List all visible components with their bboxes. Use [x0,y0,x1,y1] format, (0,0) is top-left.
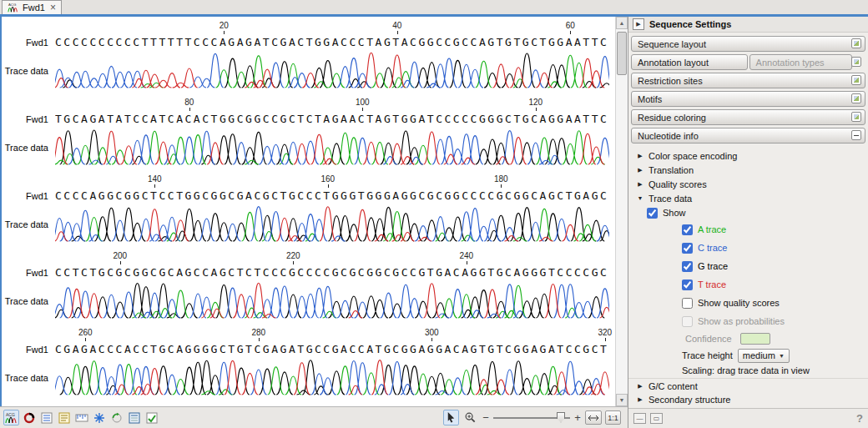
tab-fwd1[interactable]: ACG Fwd1 × [2,0,62,14]
expander-icon[interactable]: ▶ [633,18,644,30]
zoom-100-button[interactable]: 1:1 [605,410,621,425]
sequence-text[interactable]: CGAGACCCACCTGCAGGGGCTGTCGAGATGCCGACCATGC… [55,343,613,355]
ruler: 140160180 [55,174,609,189]
row-label: Fwd1 [2,114,55,124]
show-checkbox[interactable] [647,208,658,219]
zoom-tool-icon[interactable] [462,410,478,425]
circular-map-button[interactable] [91,410,107,425]
trace-label: Trace data [2,143,55,153]
sequence-row: 140160180Fwd1CCCCAGGCGGCTCCTGGCGGCGACGCT… [2,174,615,250]
ruler-tick-label: 240 [459,251,473,260]
scrollbar-track[interactable] [616,29,628,394]
dock-panel-icon[interactable]: ▭ [650,413,663,424]
ruler-tick-mark [431,338,432,341]
zoom-controls: − + 1:1 [443,410,624,425]
sequence-text[interactable]: CCCCCCCCCCTTTTTTCCCAGAGATCGACTGGACCCTAGT… [55,36,613,48]
confidence-option: Confidence [628,330,868,347]
sequence-view[interactable]: 204060Fwd1CCCCCCCCCCTTTTTTCCCAGAGATCGACT… [0,17,628,406]
sequence-text[interactable]: CCCCAGGCGGCTCCTGGCGGCGACGCTGCCCTGGGTGGGA… [55,189,613,202]
tab-close-icon[interactable]: × [50,3,56,12]
t-trace-checkbox[interactable] [682,279,693,290]
show-as-probabilities-checkbox[interactable] [682,316,693,327]
panel-restriction-sites[interactable]: Restriction sites [631,73,865,88]
ruler-view-button[interactable] [73,410,89,425]
tree-item-quality-scores[interactable]: ▶ Quality scores [628,177,868,191]
trace-label: Trace data [2,373,55,383]
ruler-tick-mark [397,31,398,34]
ruler-tick-mark [570,31,571,34]
tree-item-translation[interactable]: ▶ Translation [628,163,868,177]
primer-design-button[interactable] [108,410,124,425]
panel-annotation-types[interactable]: Annotation types [749,54,852,70]
trace-view-button[interactable]: ACG [3,410,19,425]
side-panel-footer: — ▭ ? [628,408,868,428]
list-view-button[interactable] [38,410,54,425]
palette-icon[interactable] [851,38,861,48]
chromatogram-trace[interactable] [55,49,609,91]
panel-motifs[interactable]: Motifs [631,91,865,107]
chromatogram-trace[interactable] [55,279,609,321]
chromatogram-trace[interactable] [55,126,609,168]
fit-width-button[interactable] [585,410,602,425]
c-trace-option: C trace [628,239,868,257]
palette-icon[interactable] [851,93,861,103]
ruler-tick-mark [224,31,225,34]
chevron-right-icon: ▶ [637,181,643,188]
help-button[interactable]: ? [856,412,863,425]
sequence-row: 80100120Fwd1TGCAGATATCCATCACACTGGCGGCCGC… [2,97,615,174]
chromatogram-trace[interactable] [55,203,609,244]
chevron-right-icon: ▶ [637,383,643,390]
trace-label: Trace data [2,219,55,229]
collapse-icon[interactable] [851,130,861,140]
svg-text:ACG: ACG [8,3,17,7]
zoom-slider-thumb[interactable] [557,412,565,423]
tab-bar: ACG Fwd1 × [0,0,868,14]
tree-item-color-space-encoding[interactable]: ▶ Color space encoding [628,149,868,163]
panel-residue-coloring[interactable]: Residue coloring [631,109,865,125]
info-view-button[interactable] [126,410,142,425]
ruler-tick-mark [189,108,190,111]
ruler-tick-mark [536,108,537,111]
selection-tool-icon[interactable] [443,410,459,425]
chromatogram-trace[interactable] [55,356,609,398]
collapse-panel-icon[interactable]: — [633,413,646,424]
sequence-text[interactable]: TGCAGATATCCATCACACTGGCGGCCGCTCTAGAACTAGT… [55,113,613,125]
vertical-scrollbar[interactable]: ▲ ▼ [615,17,628,406]
ruler-tick-label: 280 [251,328,265,337]
palette-icon[interactable] [851,75,861,85]
panel-sequence-layout[interactable]: Sequence layout [631,36,865,52]
sequence-row: 204060Fwd1CCCCCCCCCCTTTTTTCCCAGAGATCGACT… [2,20,615,97]
show-quality-scores-checkbox[interactable] [682,298,693,309]
chevron-down-icon: ▼ [637,195,643,201]
g-trace-checkbox[interactable] [682,261,693,272]
palette-icon[interactable] [851,57,861,67]
scrollbar-thumb[interactable] [617,32,627,75]
zoom-out-icon[interactable]: − [482,411,490,424]
palette-icon[interactable] [851,112,861,122]
sequence-row: 200220240Fwd1CCTCTGCGCGGCGCAGCCAGCTCTCCC… [2,250,615,327]
scroll-down-button[interactable]: ▼ [616,394,628,406]
trace-height-select[interactable]: medium ▼ [738,349,790,363]
tree-item-trace-data[interactable]: ▼ Trace data [628,191,868,205]
zoom-slider[interactable] [493,412,570,424]
ruler-tick-mark [293,261,294,264]
tree-item-gc-content[interactable]: ▶ G/C content [628,378,868,392]
text-view-button[interactable] [56,410,72,425]
t-trace-option: T trace [628,275,868,294]
trace-height-option: Trace height medium ▼ [628,347,868,364]
ruler-tick-label: 100 [356,98,370,107]
sequence-text[interactable]: CCTCTGCGCGGCGCAGCCAGCTCTCCCGCCCCGCGCGGCG… [55,266,613,279]
ruler-tick-label: 40 [392,21,401,30]
panel-annotation-layout[interactable]: Annotation layout [631,54,748,70]
ruler-tick-label: 60 [566,21,575,30]
confidence-color-swatch[interactable] [740,333,770,345]
panel-nucleotide-info[interactable]: Nucleotide info [631,128,865,144]
zoom-in-icon[interactable]: + [573,411,582,424]
ruler-tick-mark [501,184,502,188]
scroll-up-button[interactable]: ▲ [616,17,628,29]
c-trace-checkbox[interactable] [682,243,693,254]
a-trace-checkbox[interactable] [682,224,693,235]
history-view-button[interactable] [144,410,159,425]
circular-view-button[interactable] [21,410,37,425]
tree-item-secondary-structure[interactable]: ▶ Secondary structure [628,392,868,406]
